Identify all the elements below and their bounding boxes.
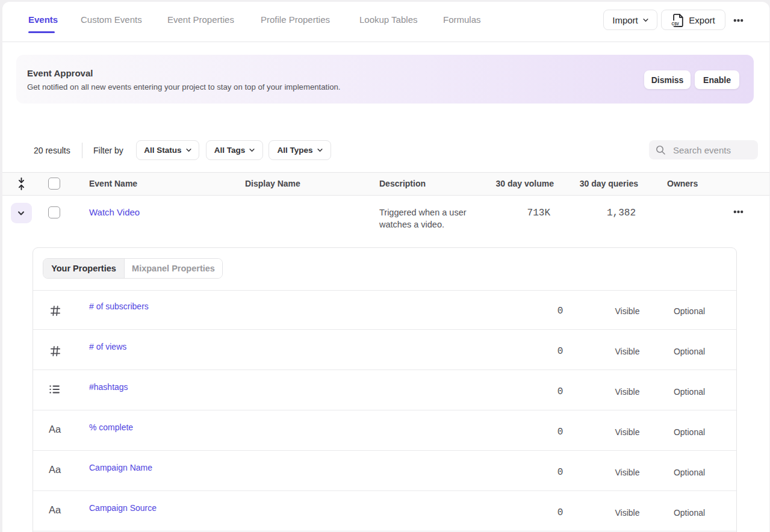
svg-text:CSV: CSV	[672, 21, 680, 26]
